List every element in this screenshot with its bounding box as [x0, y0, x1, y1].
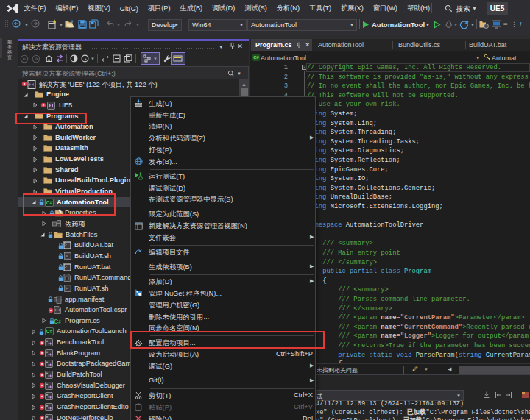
svg-text:C#: C#	[46, 329, 53, 334]
